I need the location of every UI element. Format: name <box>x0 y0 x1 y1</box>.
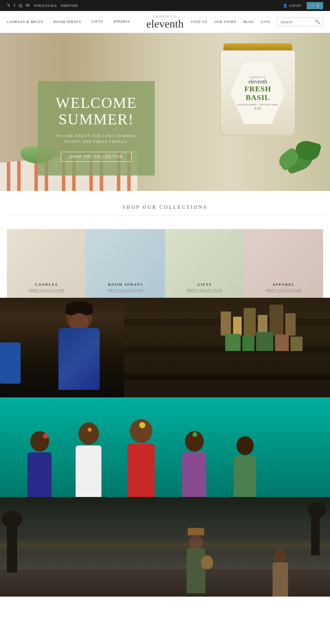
tree-top-right <box>308 502 327 518</box>
person-3 <box>127 419 155 497</box>
p1-body <box>28 452 52 497</box>
p2-head <box>78 422 99 445</box>
nav-give[interactable]: GIVE <box>261 20 271 24</box>
site-logo[interactable]: CANDLE CO eleventh <box>146 15 184 29</box>
outdoor-body <box>187 549 206 593</box>
twitter-icon[interactable]: 𝕏 <box>7 3 10 8</box>
collection-label-gifts: GIFTS <box>197 282 212 286</box>
p5-body <box>234 456 256 497</box>
side-basket <box>201 555 213 569</box>
partner-link[interactable]: PARTNER <box>61 3 78 8</box>
nav-visit[interactable]: VISIT US <box>191 20 208 24</box>
top-bar: 𝕏 f ◎ ✉ WHOLESALE PARTNER 👤 LOGIN 🛒 0 <box>0 0 330 11</box>
nav-our-story[interactable]: OUR STORY <box>214 20 236 24</box>
shelf-item-green <box>242 336 254 351</box>
jar-name-script: eleventh <box>249 79 267 85</box>
shelf-item <box>270 305 283 336</box>
paint-red <box>43 433 48 439</box>
user-icon: 👤 <box>283 3 288 8</box>
instagram-icon[interactable]: ◎ <box>19 3 22 8</box>
nav-room-sprays[interactable]: ROOM SPRAYS <box>54 20 81 24</box>
collection-label-candles: CANDLES <box>35 282 58 286</box>
shelf-item-green <box>256 332 273 351</box>
nav-right: VISIT US OUR STORY BLOG GIVE 🔍 <box>191 18 323 26</box>
shop-collections-section: SHOP OUR COLLECTIONS <box>0 191 330 222</box>
hero-text-box: WELCOME SUMMER! WE ARE READY FOR LONG SU… <box>38 81 155 176</box>
facebook-icon[interactable]: f <box>14 3 15 8</box>
blue-bag <box>0 342 21 384</box>
collection-item-sprays[interactable]: ROOM SPRAYS SHOP COLLECTION <box>86 229 165 298</box>
cart-button[interactable]: 🛒 0 <box>307 2 323 9</box>
wholesale-link[interactable]: WHOLESALE <box>34 3 57 8</box>
nav-gifts[interactable]: GIFTS <box>91 20 103 24</box>
person-2 <box>76 422 101 497</box>
woman-body <box>58 328 100 390</box>
nav-left: CANDLES & MELTS ROOM SPRAYS GIFTS APPARE… <box>7 20 131 24</box>
shop-collections-title: SHOP OUR COLLECTIONS <box>7 205 323 210</box>
jar-details: HAND POURED • 100% SOY WAX <box>238 103 278 106</box>
shop-collection-btn-apparel[interactable]: SHOP COLLECTION <box>266 289 301 292</box>
login-link[interactable]: 👤 LOGIN <box>283 3 301 8</box>
person-1 <box>28 431 52 497</box>
top-bar-right: 👤 LOGIN 🛒 0 <box>283 2 323 9</box>
p2-body <box>76 445 101 497</box>
paint-orange <box>88 428 92 432</box>
nav-candles-melts[interactable]: CANDLES & MELTS <box>7 20 43 24</box>
p4-body <box>182 452 206 497</box>
collection-grid: CANDLES SHOP COLLECTION ROOM SPRAYS SHOP… <box>0 222 330 298</box>
collection-label-sprays: ROOM SPRAYS <box>108 282 143 286</box>
social-icons: 𝕏 f ◎ ✉ <box>7 3 30 8</box>
horizon-glow <box>0 538 330 552</box>
collection-item-candles[interactable]: CANDLES SHOP COLLECTION <box>7 229 86 298</box>
hero-leaves <box>251 119 320 170</box>
shop-collection-btn-sprays[interactable]: SHOP COLLECTION <box>108 289 143 292</box>
give-photo-woman-shop <box>0 298 330 397</box>
fig2-body <box>273 562 288 597</box>
cart-icon: 🛒 <box>311 3 316 8</box>
paint-green <box>192 432 197 437</box>
collection-item-gifts[interactable]: GIFTS SHOP COLLECTION <box>165 229 244 298</box>
shop-collection-btn-gifts[interactable]: SHOP COLLECTION <box>187 289 222 292</box>
jar-brand-small: CANDLE CO <box>250 76 266 79</box>
shelf-item <box>244 308 256 336</box>
p5-head <box>236 436 254 455</box>
head-basket <box>188 528 204 535</box>
main-navigation: CANDLES & MELTS ROOM SPRAYS GIFTS APPARE… <box>0 11 330 33</box>
jar-label: CANDLE CO eleventh FRESH BASIL HAND POUR… <box>230 62 285 124</box>
hero-cta-button[interactable]: SHOP THE COLLECTION <box>61 152 131 162</box>
tree-top-left <box>2 511 22 528</box>
search-icon[interactable]: 🔍 <box>315 19 320 24</box>
woman-figure <box>45 301 113 397</box>
give-photo-outdoor-dark <box>0 497 330 597</box>
person-4 <box>182 431 206 497</box>
collection-item-apparel[interactable]: APPAREL SHOP COLLECTION <box>244 229 323 298</box>
shop-collection-btn-candles[interactable]: SHOP COLLECTION <box>29 289 64 292</box>
outdoor-figure-2 <box>272 549 289 597</box>
top-bar-left: 𝕏 f ◎ ✉ WHOLESALE PARTNER <box>7 3 78 8</box>
hero-title: WELCOME SUMMER! <box>48 95 144 128</box>
shelf-row-2 <box>225 332 302 351</box>
collection-label-apparel: APPAREL <box>272 282 295 286</box>
nav-apparel[interactable]: APPAREL <box>113 20 131 24</box>
nav-blog[interactable]: BLOG <box>243 20 254 24</box>
search-input[interactable] <box>280 20 315 24</box>
hero-section: CANDLE CO eleventh FRESH BASIL HAND POUR… <box>0 33 330 191</box>
woman-hair <box>65 301 93 315</box>
give-photo-group-teal <box>0 397 330 497</box>
shelf-item-green <box>225 334 241 351</box>
logo-eleventh: eleventh <box>146 18 184 29</box>
p3-body <box>127 444 155 497</box>
jar-oz: 8 OZ <box>255 107 261 110</box>
section-divider <box>7 215 323 215</box>
jar-product-name: FRESH BASIL <box>237 85 278 101</box>
shelf-item-brown <box>275 335 289 351</box>
shelf-row-1 <box>221 305 296 336</box>
search-box[interactable]: 🔍 <box>277 18 323 26</box>
hero-subtitle: WE ARE READY FOR LONG SUMMER NIGHTS AND … <box>48 133 144 145</box>
email-icon[interactable]: ✉ <box>26 3 30 8</box>
shelf-item-brown <box>290 337 302 351</box>
person-5 <box>234 436 256 497</box>
paint-yellow <box>139 422 145 428</box>
nav-bar: CANDLES & MELTS ROOM SPRAYS GIFTS APPARE… <box>0 11 330 33</box>
